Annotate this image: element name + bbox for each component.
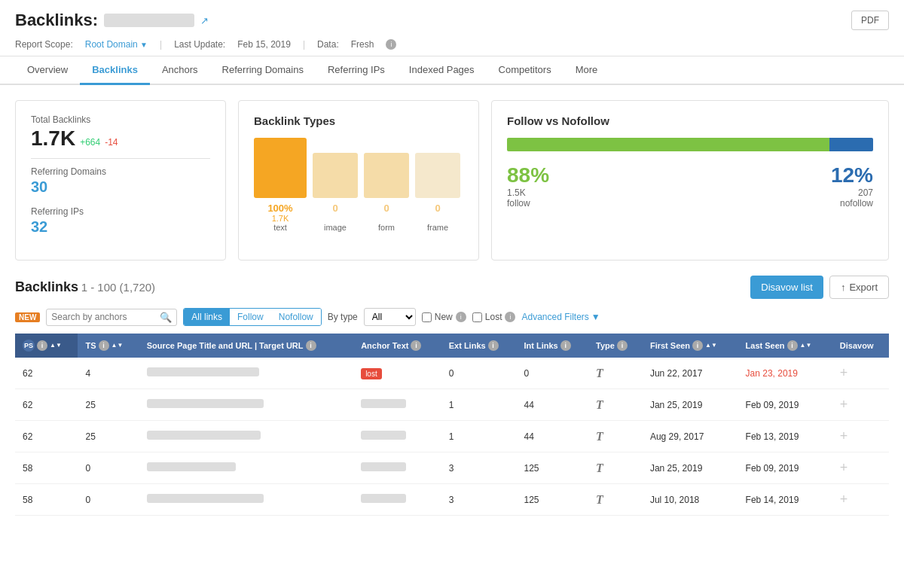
anchor-info-icon[interactable]: i <box>411 340 421 351</box>
nofollow-button[interactable]: Nofollow <box>271 309 321 325</box>
chevron-down-icon: ▼ <box>591 312 600 322</box>
cell-disavow[interactable]: + <box>832 484 889 516</box>
bar-form: 0 form <box>364 153 409 232</box>
ps-info-icon[interactable]: i <box>37 340 47 351</box>
referring-ips-value: 32 <box>31 218 210 236</box>
follow-bar <box>507 138 873 151</box>
cell-ps: 58 <box>15 452 78 484</box>
stats-card: Total Backlinks 1.7K +664 -14 Referring … <box>15 100 226 260</box>
referring-ips-label: Referring IPs <box>31 206 210 217</box>
cell-ext-links: 0 <box>441 358 517 389</box>
new-checkbox-wrap[interactable]: New i <box>422 312 466 322</box>
cell-int-links: 125 <box>517 484 589 516</box>
cell-disavow[interactable]: + <box>832 421 889 452</box>
pdf-button[interactable]: PDF <box>851 11 889 30</box>
disavow-plus-icon[interactable]: + <box>840 460 848 475</box>
cell-disavow[interactable]: + <box>832 389 889 421</box>
cell-first-seen: Jul 10, 2018 <box>643 484 738 516</box>
last-seen-info-icon[interactable]: i <box>787 340 798 351</box>
tab-more[interactable]: More <box>563 56 610 85</box>
last-seen-sort-arrows[interactable]: ▲▼ <box>800 343 812 349</box>
table-row: 6225144TJan 25, 2019Feb 09, 2019+ <box>15 389 889 421</box>
report-scope-dropdown[interactable]: Root Domain ▼ <box>85 39 148 50</box>
follow-stats: 88% 1.5K follow 12% 207 nofollow <box>507 163 873 209</box>
data-label: Data: <box>317 39 339 50</box>
lost-info-icon[interactable]: i <box>505 312 515 322</box>
ext-links-info-icon[interactable]: i <box>488 340 499 351</box>
follow-button[interactable]: Follow <box>230 309 271 325</box>
col-ps: PS i ▲▼ <box>15 334 78 358</box>
cell-source <box>139 358 353 389</box>
backlinks-change-down: -14 <box>105 137 118 148</box>
cell-int-links: 0 <box>517 358 589 389</box>
cell-disavow[interactable]: + <box>832 452 889 484</box>
table-row: 5803125TJul 10, 2018Feb 14, 2019+ <box>15 484 889 516</box>
table-actions: Disavow list ↑ Export <box>750 276 889 299</box>
cell-int-links: 125 <box>517 452 589 484</box>
cell-disavow[interactable]: + <box>832 358 889 389</box>
search-input[interactable] <box>51 312 157 322</box>
tab-indexed-pages[interactable]: Indexed Pages <box>397 56 487 85</box>
bar-text: 100% 1.7K text <box>254 138 307 232</box>
ts-info-icon[interactable]: i <box>99 340 109 351</box>
follow-title: Follow vs Nofollow <box>507 114 873 127</box>
type-select[interactable]: All Text Image Form Frame <box>364 308 416 326</box>
cell-source <box>139 389 353 421</box>
col-type: Type i <box>588 334 643 358</box>
filters-row: NEW 🔍 All links Follow Nofollow By type … <box>15 308 889 326</box>
domain-blurred <box>104 14 194 27</box>
disavow-plus-icon[interactable]: + <box>840 365 848 380</box>
backlink-types-card: Backlink Types 100% 1.7K text 0 image 0 <box>238 100 479 260</box>
external-link-icon[interactable]: ↗ <box>200 15 209 26</box>
total-backlinks-label: Total Backlinks <box>31 114 210 125</box>
all-links-button[interactable]: All links <box>184 309 230 325</box>
type-info-icon[interactable]: i <box>617 340 628 351</box>
lost-checkbox-wrap[interactable]: Lost i <box>472 312 516 322</box>
cell-ps: 62 <box>15 421 78 452</box>
tab-overview[interactable]: Overview <box>15 56 80 85</box>
cell-source <box>139 484 353 516</box>
export-button[interactable]: ↑ Export <box>829 276 889 299</box>
follow-pct: 88% <box>507 163 549 187</box>
report-scope-label: Report Scope: <box>15 39 73 50</box>
cell-first-seen: Jan 25, 2019 <box>643 389 738 421</box>
total-backlinks-value: 1.7K <box>31 126 75 151</box>
table-section: Backlinks 1 - 100 (1,720) Disavow list ↑… <box>0 276 904 531</box>
first-seen-sort-arrows[interactable]: ▲▼ <box>705 343 717 349</box>
disavow-plus-icon[interactable]: + <box>840 492 848 507</box>
first-seen-info-icon[interactable]: i <box>692 340 703 351</box>
data-table: PS i ▲▼ TS i ▲▼ Source Page Title and UR… <box>15 334 889 516</box>
backlinks-change-up: +664 <box>80 137 100 148</box>
tab-competitors[interactable]: Competitors <box>487 56 563 85</box>
follow-card: Follow vs Nofollow 88% 1.5K follow 12% 2… <box>491 100 889 260</box>
by-type-label: By type <box>328 312 358 322</box>
col-first-seen: First Seen i ▲▼ <box>643 334 738 358</box>
lost-checkbox[interactable] <box>472 312 482 322</box>
disavow-button[interactable]: Disavow list <box>750 276 823 299</box>
ps-sort-arrows[interactable]: ▲▼ <box>50 343 62 349</box>
ts-sort-arrows[interactable]: ▲▼ <box>111 343 124 349</box>
col-int-links: Int Links i <box>517 334 589 358</box>
cell-last-seen: Jan 23, 2019 <box>738 358 832 389</box>
cell-type: T <box>588 421 643 452</box>
int-links-info-icon[interactable]: i <box>560 340 571 351</box>
disavow-plus-icon[interactable]: + <box>840 397 848 412</box>
cell-type: T <box>588 484 643 516</box>
tab-referring-domains[interactable]: Referring Domains <box>210 56 316 85</box>
cell-anchor <box>353 484 441 516</box>
tab-referring-ips[interactable]: Referring IPs <box>316 56 397 85</box>
new-checkbox[interactable] <box>422 312 432 322</box>
new-info-icon[interactable]: i <box>456 312 466 322</box>
tab-anchors[interactable]: Anchors <box>150 56 210 85</box>
cell-first-seen: Aug 29, 2017 <box>643 421 738 452</box>
col-disavow: Disavow <box>832 334 889 358</box>
source-info-icon[interactable]: i <box>306 340 316 351</box>
advanced-filters-button[interactable]: Advanced Filters ▼ <box>521 312 600 322</box>
tab-backlinks[interactable]: Backlinks <box>80 56 150 85</box>
search-wrap[interactable]: 🔍 <box>46 309 177 326</box>
cell-anchor: lost <box>353 358 441 389</box>
disavow-plus-icon[interactable]: + <box>840 428 848 443</box>
data-info-icon[interactable]: i <box>386 39 396 50</box>
col-source: Source Page Title and URL | Target URL i <box>139 334 353 358</box>
cell-ext-links: 3 <box>441 484 517 516</box>
